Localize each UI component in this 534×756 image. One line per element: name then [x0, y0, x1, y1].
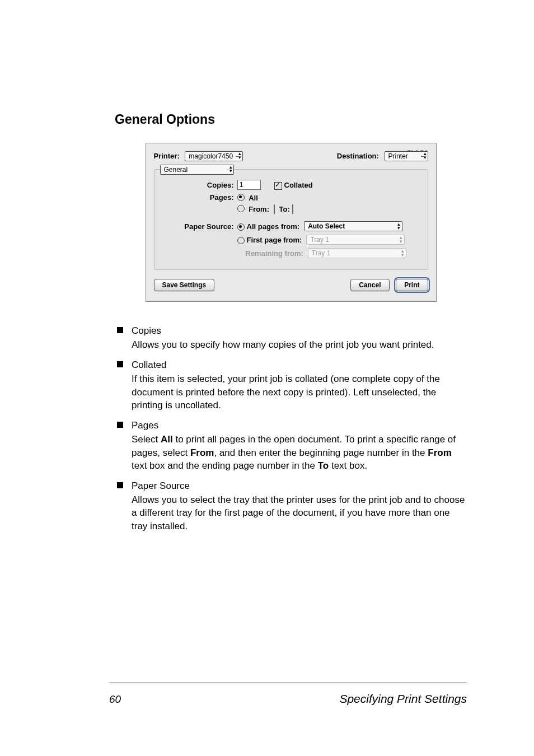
bullet-term: Paper Source: [132, 479, 467, 492]
pages-all-label: All: [249, 194, 258, 202]
list-item: Collated If this item is selected, your …: [115, 358, 467, 412]
updown-icon: ▴▾: [397, 222, 400, 230]
copies-label: Copies:: [161, 181, 237, 189]
printer-label: Printer:: [154, 152, 180, 160]
pages-from-label: From:: [249, 205, 269, 213]
copies-input[interactable]: 1: [237, 180, 261, 190]
paper-source-label: Paper Source:: [161, 222, 237, 231]
ps-remaining-dropdown-value: Tray 1: [312, 249, 331, 257]
save-settings-button[interactable]: Save Settings: [154, 279, 215, 291]
pages-from-radio[interactable]: [237, 205, 245, 212]
ps-first-label: First page from:: [247, 236, 302, 244]
bullet-term: Copies: [132, 324, 467, 337]
running-title: Specifying Print Settings: [339, 692, 467, 706]
ps-first-dropdown-value: Tray 1: [310, 236, 329, 244]
updown-icon: ▴▾: [400, 236, 402, 244]
ps-all-label: All pages from:: [247, 222, 300, 231]
tab-dropdown-value: General: [164, 166, 188, 174]
printer-dropdown[interactable]: magicolor7450 ▴▾: [185, 151, 243, 161]
pages-to-label: To:: [279, 205, 290, 213]
destination-label: Destination:: [337, 152, 379, 160]
pages-from-input[interactable]: [274, 204, 275, 214]
updown-icon: ▴▾: [424, 152, 427, 160]
ps-remaining-dropdown: Tray 1 ▴▾: [308, 248, 406, 258]
print-button[interactable]: Print: [396, 279, 428, 291]
list-item: Copies Allows you to specify how many co…: [115, 324, 467, 352]
pages-label: Pages:: [161, 193, 237, 202]
list-item: Pages Select All to print all pages in t…: [115, 419, 467, 473]
tab-dropdown[interactable]: General ▴▾: [160, 165, 234, 175]
page-number: 60: [109, 693, 121, 706]
printer-dropdown-value: magicolor7450: [189, 152, 233, 160]
footer-rule: [109, 683, 467, 683]
collated-checkbox[interactable]: [274, 182, 282, 190]
bullet-body: Allows you to select the tray that the p…: [132, 493, 467, 533]
bullet-term: Collated: [132, 358, 467, 371]
ps-remaining-label: Remaining from:: [246, 249, 303, 258]
collated-label: Collated: [284, 181, 313, 189]
print-dialog-screenshot: Z1-8.7.1 Printer: magicolor7450 ▴▾ Desti…: [115, 143, 467, 302]
bullet-body: Allows you to specify how many copies of…: [132, 338, 467, 351]
ps-first-dropdown: Tray 1 ▴▾: [306, 235, 405, 245]
pages-to-input[interactable]: [292, 204, 293, 214]
updown-icon: ▴▾: [229, 165, 232, 173]
ps-all-radio[interactable]: [237, 223, 245, 231]
bullet-body: Select All to print all pages in the ope…: [132, 433, 467, 472]
bullet-body: If this item is selected, your print job…: [132, 372, 467, 412]
updown-icon: ▴▾: [401, 249, 404, 257]
destination-dropdown-value: Printer: [388, 152, 408, 160]
list-item: Paper Source Allows you to select the tr…: [115, 479, 467, 533]
bullet-term: Pages: [132, 419, 467, 432]
destination-dropdown[interactable]: Printer ▴▾: [385, 151, 428, 161]
cancel-button[interactable]: Cancel: [350, 279, 389, 291]
option-description-list: Copies Allows you to specify how many co…: [115, 324, 467, 533]
section-heading: General Options: [115, 112, 467, 127]
ps-all-dropdown[interactable]: Auto Select ▴▾: [304, 221, 402, 231]
ps-all-dropdown-value: Auto Select: [308, 222, 345, 230]
updown-icon: ▴▾: [238, 152, 241, 160]
ps-first-radio[interactable]: [237, 237, 245, 244]
pages-all-radio[interactable]: [237, 194, 245, 201]
